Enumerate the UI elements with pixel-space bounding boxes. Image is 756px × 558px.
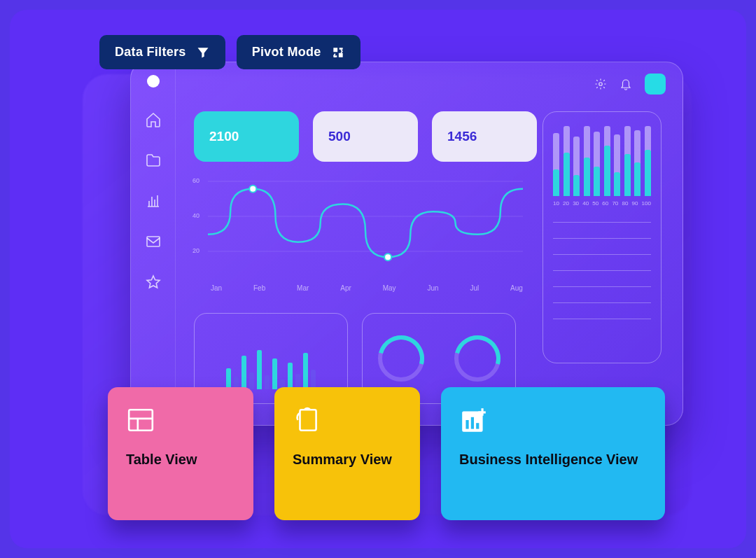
bar-labels: 102030405060708090100 bbox=[553, 200, 651, 207]
bi-icon bbox=[459, 405, 489, 435]
pivot-mode-button[interactable]: Pivot Mode bbox=[237, 35, 360, 69]
svg-point-5 bbox=[249, 186, 256, 193]
xlab-6: Jul bbox=[470, 284, 479, 292]
xlab-2: Mar bbox=[297, 284, 309, 292]
xlab-7: Aug bbox=[510, 284, 523, 292]
feature-cards: Table View Summary View Business Intelli… bbox=[108, 387, 665, 520]
list-line bbox=[553, 254, 651, 255]
side-widget: 102030405060708090100 bbox=[542, 111, 662, 363]
line-chart-svg bbox=[208, 174, 523, 279]
home-icon[interactable] bbox=[145, 111, 162, 128]
svg-rect-13 bbox=[471, 417, 474, 429]
xlab-1: Feb bbox=[253, 284, 265, 292]
xlab-4: May bbox=[383, 284, 396, 292]
list-line bbox=[553, 238, 651, 239]
filter-icon bbox=[196, 46, 210, 60]
svg-rect-7 bbox=[129, 410, 153, 430]
list-line bbox=[553, 286, 651, 287]
xlab-5: Jun bbox=[427, 284, 438, 292]
summary-view-label: Summary View bbox=[293, 450, 402, 468]
xlab-0: Jan bbox=[211, 284, 222, 292]
bell-icon[interactable] bbox=[620, 78, 632, 90]
top-pill-group: Data Filters Pivot Mode bbox=[99, 35, 360, 69]
list-line bbox=[553, 270, 651, 271]
bi-view-label: Business Intelligence View bbox=[459, 450, 647, 468]
folder-icon[interactable] bbox=[145, 152, 162, 169]
stat-cards: 2100 500 1456 bbox=[194, 111, 537, 162]
stat-value-3: 1456 bbox=[447, 129, 477, 144]
svg-rect-14 bbox=[476, 423, 479, 428]
bar-chart bbox=[553, 126, 651, 196]
xlab-3: Apr bbox=[340, 284, 351, 292]
sidebar bbox=[131, 62, 176, 425]
data-filters-button[interactable]: Data Filters bbox=[99, 35, 225, 69]
list-lines bbox=[553, 222, 651, 319]
svg-rect-16 bbox=[478, 411, 486, 413]
bi-view-card[interactable]: Business Intelligence View bbox=[441, 387, 665, 520]
table-view-label: Table View bbox=[126, 450, 235, 468]
avatar[interactable] bbox=[645, 74, 666, 95]
list-line bbox=[553, 319, 651, 319]
progress-ring-1 bbox=[378, 335, 424, 382]
chart-icon[interactable] bbox=[145, 193, 162, 209]
summary-view-card[interactable]: Summary View bbox=[274, 387, 420, 520]
ytick-1: 40 bbox=[192, 212, 200, 219]
ytick-2: 20 bbox=[192, 247, 200, 254]
stat-value-2: 500 bbox=[328, 129, 351, 144]
line-chart: 60 40 20 Jan Feb Mar Apr May Jun Jul Aug bbox=[194, 174, 523, 279]
svg-point-1 bbox=[599, 83, 603, 86]
stat-card-2[interactable]: 500 bbox=[313, 111, 418, 162]
panel-header bbox=[594, 74, 666, 95]
list-line bbox=[553, 222, 651, 223]
mail-icon[interactable] bbox=[145, 233, 162, 250]
data-filters-label: Data Filters bbox=[115, 45, 186, 60]
star-icon[interactable] bbox=[145, 274, 162, 291]
svg-rect-12 bbox=[465, 420, 468, 429]
stat-card-1[interactable]: 2100 bbox=[194, 111, 299, 162]
dashboard-panel: 2100 500 1456 60 40 20 Jan Feb Mar Apr bbox=[130, 62, 683, 426]
svg-rect-10 bbox=[300, 410, 316, 430]
gear-icon[interactable] bbox=[594, 78, 607, 90]
stat-value-1: 2100 bbox=[209, 129, 239, 144]
xaxis: Jan Feb Mar Apr May Jun Jul Aug bbox=[211, 284, 523, 292]
table-view-card[interactable]: Table View bbox=[108, 387, 253, 520]
svg-point-6 bbox=[384, 253, 391, 260]
pivot-mode-label: Pivot Mode bbox=[252, 45, 321, 60]
logo-dot bbox=[147, 75, 160, 88]
progress-ring-2 bbox=[454, 335, 500, 382]
list-line bbox=[553, 302, 651, 303]
pivot-icon bbox=[331, 46, 345, 60]
svg-rect-0 bbox=[147, 237, 160, 246]
stat-card-3[interactable]: 1456 bbox=[432, 111, 537, 162]
summary-icon bbox=[293, 405, 322, 435]
table-icon bbox=[126, 405, 155, 435]
ytick-0: 60 bbox=[192, 177, 200, 184]
